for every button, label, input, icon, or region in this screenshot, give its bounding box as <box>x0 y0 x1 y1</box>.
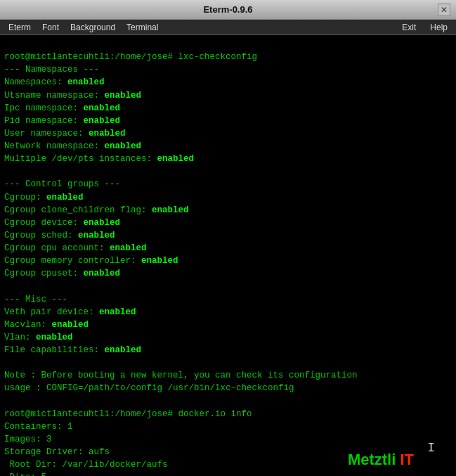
line-14: Cgroup sched: enabled <box>4 231 115 240</box>
terminal-area[interactable]: root@mictlantecuhtli:/home/jose# lxc-che… <box>0 35 456 476</box>
watermark-text2: IT <box>396 451 414 468</box>
line-19: Veth pair device: enabled <box>4 307 136 317</box>
line-11: Cgroup: enabled <box>4 193 84 202</box>
line-15: Cgroup cpu account: enabled <box>4 243 147 253</box>
line-blank-4 <box>4 397 10 406</box>
line-30: Dirs: 5 <box>4 472 46 476</box>
line-9: Multiple /dev/pts instances: enabled <box>4 154 194 164</box>
watermark-text1: Metztli <box>348 451 396 468</box>
line-29: Root Dir: /var/lib/docker/aufs <box>4 460 168 470</box>
line-25: root@mictlantecuhtli:/home/jose# docker.… <box>4 409 252 419</box>
line-blank-1 <box>4 167 10 176</box>
line-8: Network namespace: enabled <box>4 141 141 151</box>
window-title: Eterm-0.9.6 <box>203 4 252 15</box>
menu-eterm[interactable]: Eterm <box>3 21 37 34</box>
menu-help[interactable]: Help <box>424 21 453 34</box>
line-23: Note : Before booting a new kernel, you … <box>4 371 358 380</box>
line-20: Macvlan: enabled <box>4 320 89 330</box>
menu-font[interactable]: Font <box>37 21 65 34</box>
line-blank-2 <box>4 281 10 291</box>
line-6: Pid namespace: enabled <box>4 116 120 126</box>
terminal-output: root@mictlantecuhtli:/home/jose# lxc-che… <box>4 38 452 476</box>
line-21: Vlan: enabled <box>4 333 73 342</box>
line-16: Cgroup memory controller: enabled <box>4 256 178 266</box>
line-24: usage : CONFIG=/path/to/config /usr/bin/… <box>4 383 294 393</box>
line-17: Cgroup cpuset: enabled <box>4 269 120 278</box>
close-button[interactable]: ✕ <box>438 4 450 16</box>
line-12: Cgroup clone_children flag: enabled <box>4 205 189 215</box>
watermark: Metztli IT <box>348 451 414 469</box>
line-22: File capabilities: enabled <box>4 345 141 355</box>
menu-bar: Eterm Font Background Terminal Exit Help <box>0 20 456 35</box>
line-2: --- Namespaces --- <box>4 65 99 75</box>
line-27: Images: 3 <box>4 435 52 444</box>
line-18: --- Misc --- <box>4 295 67 304</box>
line-4: Utsname namespace: enabled <box>4 91 141 101</box>
line-5: Ipc namespace: enabled <box>4 103 120 113</box>
line-7: User namespace: enabled <box>4 129 126 139</box>
line-blank-3 <box>4 358 10 368</box>
mouse-cursor-indicator: I <box>427 441 435 455</box>
title-bar: Eterm-0.9.6 ✕ <box>0 0 456 20</box>
line-28: Storage Driver: aufs <box>4 447 110 457</box>
line-10: --- Control groups --- <box>4 179 120 189</box>
line-26: Containers: 1 <box>4 422 73 432</box>
line-1: root@mictlantecuhtli:/home/jose# lxc-che… <box>4 52 257 62</box>
line-3: Namespaces: enabled <box>4 77 105 87</box>
menu-terminal[interactable]: Terminal <box>121 21 164 34</box>
menu-background[interactable]: Background <box>65 21 121 34</box>
line-13: Cgroup device: enabled <box>4 218 120 228</box>
menu-exit[interactable]: Exit <box>396 21 422 34</box>
